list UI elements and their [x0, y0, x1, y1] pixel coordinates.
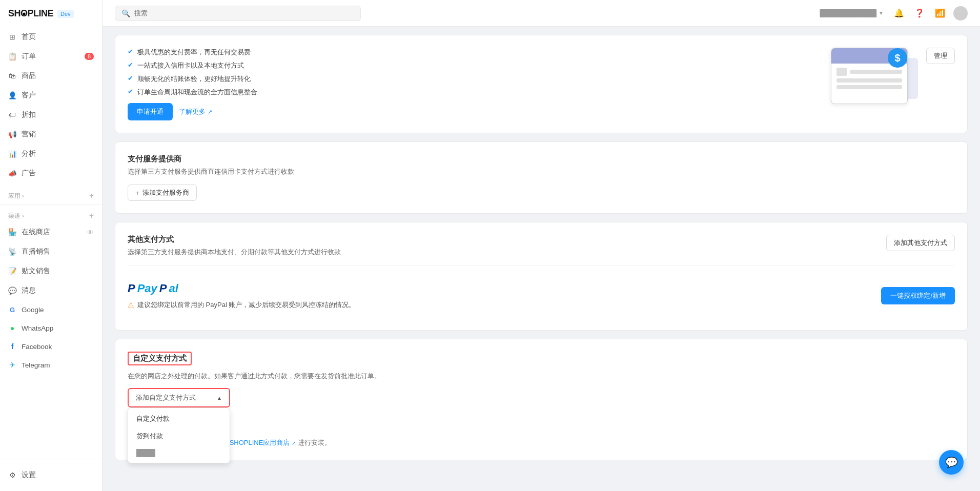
- dropdown-trigger[interactable]: 添加自定义支付方式 ▲: [128, 388, 230, 407]
- sidebar-item-messages[interactable]: 💬 消息: [0, 281, 102, 300]
- sidebar-item-google[interactable]: G Google: [0, 300, 102, 319]
- sidebar-item-home[interactable]: ⊞ 首页: [0, 27, 102, 47]
- paypal-warning-text: 建议您绑定以前常用的 PayPal 账户，减少后续交易受到风控冻结的情况。: [137, 300, 355, 310]
- settings-icon: ⚙: [8, 471, 16, 479]
- notification-icon[interactable]: 🔔: [892, 6, 906, 21]
- info-suffix: 进行安装。: [298, 439, 331, 446]
- sidebar-item-telegram[interactable]: ✈ Telegram: [0, 356, 102, 374]
- paypal-logo-text: P: [128, 282, 135, 295]
- avatar[interactable]: [953, 6, 968, 21]
- info-section: 不支持自由收款方式应用。请访问 SHOPLINE应用商店 ↗ 进行安装。: [128, 438, 955, 447]
- sidebar-item-discounts[interactable]: 🏷 折扣: [0, 105, 102, 125]
- search-box[interactable]: 🔍: [115, 6, 361, 21]
- illus-main: $: [831, 48, 908, 104]
- sidebar-item-settings[interactable]: ⚙ 设置: [0, 465, 102, 485]
- paypal-warning: ⚠ 建议您绑定以前常用的 PayPal 账户，减少后续交易受到风控冻结的情况。: [128, 300, 355, 310]
- feature-text-3: 顺畅无化的结账体验，更好地提升转化: [137, 74, 251, 84]
- sidebar-item-whatsapp[interactable]: ● WhatsApp: [0, 319, 102, 337]
- post-icon: 📝: [8, 267, 16, 275]
- sidebar-item-live-sales[interactable]: 📡 直播销售: [0, 242, 102, 261]
- google-icon: G: [8, 305, 16, 314]
- sidebar-item-post-sales[interactable]: 📝 贴文销售: [0, 261, 102, 281]
- topbar-icons: 🔔 ❓ 📶: [892, 6, 968, 21]
- other-payment-left: 其他支付方式 选择第三方支付服务提供商本地支付、分期付款等其他支付方式进行收款: [128, 235, 341, 265]
- sidebar-item-online-store[interactable]: 🏪 在线商店 👁: [0, 222, 102, 242]
- feature-item-4: ✔ 订单生命周期和现金流的全方面信息整合: [128, 88, 826, 97]
- apps-add-btn[interactable]: +: [89, 191, 94, 200]
- telegram-icon: ✈: [8, 361, 16, 369]
- sidebar: SHOPLINE Dev ⊞ 首页 📋 订单 8 🛍 商品 👤 客户 🏷 折扣 …: [0, 0, 103, 491]
- shopline-store-link[interactable]: SHOPLINE应用商店: [230, 439, 290, 446]
- sidebar-item-marketing[interactable]: 📢 营销: [0, 125, 102, 144]
- sidebar-item-ads[interactable]: 📣 广告: [0, 163, 102, 183]
- feature-item-3: ✔ 顺畅无化的结账体验，更好地提升转化: [128, 74, 826, 84]
- authorize-btn[interactable]: 一键授权绑定/新增: [881, 287, 955, 304]
- store-name: ████████████: [820, 9, 877, 17]
- sidebar-item-label: 在线商店: [22, 228, 50, 237]
- sidebar-item-facebook[interactable]: f Facebook: [0, 337, 102, 356]
- apps-chevron: ›: [22, 193, 24, 199]
- apps-section[interactable]: 应用 › +: [0, 187, 102, 202]
- chat-icon: 💬: [945, 456, 958, 468]
- manage-btn-wrapper: 管理: [926, 48, 955, 64]
- dev-badge: Dev: [57, 10, 74, 18]
- payment-providers-title: 支付服务提供商: [128, 154, 955, 164]
- feature-text-1: 极具优惠的支付费率，再无任何交易费: [137, 48, 251, 57]
- illus-bar-3: [836, 85, 902, 89]
- custom-payment-title: 自定义支付方式: [128, 352, 192, 365]
- custom-payment-dropdown: 添加自定义支付方式 ▲ 自定义付款 货到付款 ████: [128, 388, 230, 407]
- store-selector[interactable]: ████████████ ▼: [820, 9, 884, 17]
- home-icon: ⊞: [8, 33, 16, 41]
- custom-payment-desc: 在您的网店之外处理的付款。如果客户通过此方式付款，您需要在发货前批准此订单。: [128, 372, 955, 381]
- sidebar-item-customers[interactable]: 👤 客户: [0, 86, 102, 105]
- topbar: 🔍 ████████████ ▼ 🔔 ❓ 📶: [103, 0, 980, 27]
- channel-add-btn[interactable]: +: [89, 211, 94, 220]
- payment-providers-card: 支付服务提供商 选择第三方支付服务提供商直连信用卡支付方式进行收款 + 添加支付…: [115, 141, 968, 214]
- sidebar-item-label: 营销: [22, 130, 36, 139]
- illus-bar-1: [850, 70, 902, 74]
- sidebar-item-analytics[interactable]: 📊 分析: [0, 144, 102, 163]
- check-icon-4: ✔: [128, 88, 133, 95]
- check-icon-3: ✔: [128, 74, 133, 82]
- dropdown-item-cod[interactable]: 货到付款: [128, 427, 230, 445]
- sidebar-item-products[interactable]: 🛍 商品: [0, 66, 102, 86]
- facebook-icon: f: [8, 342, 16, 351]
- products-icon: 🛍: [8, 72, 16, 80]
- float-chat-button[interactable]: 💬: [939, 450, 964, 475]
- paypal-logo-text3: P: [159, 282, 167, 295]
- dropdown-item-masked[interactable]: ████: [128, 445, 230, 461]
- apply-btn[interactable]: 申请开通: [128, 103, 173, 120]
- illus-bar-2: [836, 78, 902, 83]
- paypal-logo: PPayPal: [128, 282, 178, 295]
- other-payment-card: 其他支付方式 选择第三方支付服务提供商本地支付、分期付款等其他支付方式进行收款 …: [115, 222, 968, 331]
- dropdown-item-custom-pay[interactable]: 自定义付款: [128, 410, 230, 427]
- warning-icon: ⚠: [128, 301, 134, 309]
- illus-row-2: [836, 78, 902, 83]
- orders-badge: 8: [85, 53, 94, 60]
- check-icon-1: ✔: [128, 48, 133, 55]
- sidebar-item-label: 消息: [22, 286, 36, 295]
- learn-more-btn[interactable]: 了解更多 ↗: [179, 107, 212, 116]
- help-icon[interactable]: ❓: [912, 6, 927, 21]
- feature-text-4: 订单生命周期和现金流的全方面信息整合: [137, 88, 257, 97]
- dropdown-menu: 自定义付款 货到付款 ████: [128, 407, 230, 463]
- illus-sq: [836, 68, 847, 76]
- payment-providers-desc: 选择第三方支付服务提供商直连信用卡支付方式进行收款: [128, 167, 955, 176]
- sidebar-item-label: 折扣: [22, 110, 36, 119]
- main-content: 🔍 ████████████ ▼ 🔔 ❓ 📶 ✔ 极具优惠: [103, 0, 980, 491]
- add-other-payment-btn[interactable]: 添加其他支付方式: [886, 235, 955, 251]
- sidebar-item-label: Facebook: [22, 343, 52, 351]
- illus-row-1: [836, 68, 902, 76]
- paypal-section: PPayPal ⚠ 建议您绑定以前常用的 PayPal 账户，减少后续交易受到风…: [128, 265, 955, 318]
- wifi-icon[interactable]: 📶: [933, 6, 947, 21]
- features-list: ✔ 极具优惠的支付费率，再无任何交易费 ✔ 一站式接入信用卡以及本地支付方式 ✔…: [128, 48, 826, 120]
- sidebar-settings-label: 设置: [22, 470, 36, 480]
- manage-btn[interactable]: 管理: [926, 48, 955, 64]
- channel-section[interactable]: 渠道 › +: [0, 207, 102, 222]
- sidebar-item-orders[interactable]: 📋 订单 8: [0, 47, 102, 66]
- whatsapp-icon: ●: [8, 324, 16, 332]
- sidebar-item-label: 直播销售: [22, 247, 50, 256]
- add-provider-btn[interactable]: + 添加支付服务商: [128, 185, 197, 201]
- eye-icon[interactable]: 👁: [87, 229, 94, 236]
- search-input[interactable]: [134, 9, 354, 17]
